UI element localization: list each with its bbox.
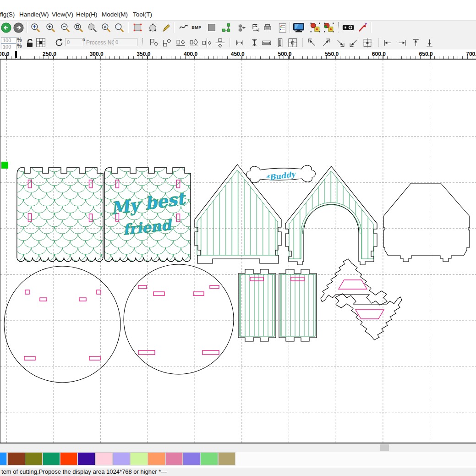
drawing-canvas[interactable]: My best friend *Buddy xyxy=(0,59,476,443)
palette-color-swatch[interactable] xyxy=(183,453,200,465)
node-edit-button[interactable] xyxy=(147,22,159,33)
size-to-top-button[interactable] xyxy=(410,37,421,48)
back-button[interactable] xyxy=(0,22,12,33)
zoom-page-button[interactable] xyxy=(72,22,84,33)
anchor-grid-button[interactable] xyxy=(35,37,46,48)
move-center-button[interactable] xyxy=(362,37,373,48)
palette-color-swatch[interactable] xyxy=(148,453,165,465)
palette-color-swatch[interactable] xyxy=(166,453,183,465)
palette-color-swatch[interactable] xyxy=(43,453,60,465)
toolbar-separator xyxy=(128,22,128,33)
zoom-in-icon xyxy=(45,22,55,33)
scale-height-input[interactable] xyxy=(1,44,16,50)
size-to-right-button[interactable] xyxy=(396,37,407,48)
draw-pen-button[interactable] xyxy=(160,22,172,33)
zoom-area-button[interactable] xyxy=(86,22,98,33)
ruler-label: 500.0 xyxy=(264,51,292,57)
preview-monitor-button[interactable] xyxy=(293,22,305,33)
param-tool-button[interactable] xyxy=(235,22,247,33)
process-no-input[interactable] xyxy=(114,38,137,46)
zoom-out-button[interactable] xyxy=(59,22,71,33)
simulate-output-button[interactable] xyxy=(323,22,335,33)
mirror-flag-up-button[interactable] xyxy=(148,37,159,48)
ruler-label: 700.0 xyxy=(452,51,476,57)
mirror-v-button[interactable] xyxy=(188,37,199,48)
percent-width-label: % xyxy=(17,37,22,43)
same-height-button[interactable] xyxy=(274,37,285,48)
menu-handle[interactable]: Handle(W) xyxy=(19,11,49,18)
palette-color-swatch[interactable] xyxy=(8,453,25,465)
anchor-grid-icon xyxy=(35,37,46,48)
move-top-right-button[interactable] xyxy=(320,37,331,48)
move-bottom-left-button[interactable] xyxy=(348,37,359,48)
curve-tool-button[interactable] xyxy=(178,22,190,33)
ruler-label: 200.0 xyxy=(0,51,9,57)
same-width-button[interactable] xyxy=(261,37,272,48)
simulate-button[interactable] xyxy=(309,22,321,33)
device-output-button[interactable] xyxy=(262,22,274,33)
palette-color-swatch[interactable] xyxy=(96,453,113,465)
zoom-find-button[interactable] xyxy=(113,22,125,33)
fill-tool-button[interactable] xyxy=(206,22,218,33)
pick-origin-icon xyxy=(357,22,368,33)
size-to-left-button[interactable] xyxy=(382,37,393,48)
mirror-flag-down-button[interactable] xyxy=(161,37,172,48)
move-bottom-right-button[interactable] xyxy=(334,37,345,48)
stand-bracket-lower[interactable] xyxy=(335,294,402,340)
toolbar-separator xyxy=(27,22,27,33)
task-list-button[interactable] xyxy=(276,22,288,33)
size-to-bottom-button[interactable] xyxy=(424,37,435,48)
palette-color-swatch[interactable] xyxy=(113,453,130,465)
degree-label: o xyxy=(82,37,85,42)
align-v-join-button[interactable] xyxy=(249,37,260,48)
palette-color-swatch[interactable] xyxy=(0,453,6,465)
zoom-auto-button[interactable]: A xyxy=(100,22,112,33)
select-rect-button[interactable] xyxy=(131,22,143,33)
origin-marker-square[interactable] xyxy=(1,162,8,169)
front-wall-arch-piece[interactable] xyxy=(285,166,377,265)
move-top-left-icon xyxy=(307,38,317,48)
scale-width-input[interactable] xyxy=(1,37,16,44)
horizontal-scrollbar[interactable] xyxy=(0,443,476,452)
fill-tool-icon xyxy=(207,22,217,33)
lock-scale-button[interactable] xyxy=(24,37,35,48)
forward-button[interactable] xyxy=(12,22,24,33)
align-h-join-button[interactable] xyxy=(234,37,245,48)
circle-piece-left[interactable] xyxy=(4,266,120,383)
ruler-label: 550.0 xyxy=(311,51,339,57)
palette-color-swatch[interactable] xyxy=(131,453,148,465)
menu-tool[interactable]: Tool(T) xyxy=(133,11,152,18)
align-grid-center-button[interactable] xyxy=(287,37,298,48)
move-bottom-left-icon xyxy=(349,38,359,48)
mirror-axis-h-button[interactable] xyxy=(214,37,225,48)
rotate-button[interactable] xyxy=(54,37,65,48)
circle-piece-right[interactable] xyxy=(124,264,234,374)
palette-color-swatch[interactable] xyxy=(78,453,95,465)
scrollbar-thumb[interactable] xyxy=(380,444,389,451)
pick-origin-button[interactable] xyxy=(356,22,368,33)
zoom-in-button[interactable] xyxy=(44,22,56,33)
palette-color-swatch[interactable] xyxy=(60,453,77,465)
palette-color-swatch[interactable] xyxy=(201,453,218,465)
same-width-icon xyxy=(261,38,272,48)
side-panel-right[interactable] xyxy=(279,269,317,341)
laser-control-button[interactable] xyxy=(341,22,356,33)
base-plate-piece[interactable] xyxy=(383,183,470,262)
menu-help[interactable]: Help(H) xyxy=(76,11,98,18)
toolbar-separator xyxy=(302,38,303,47)
rotate-angle-input[interactable] xyxy=(65,38,83,46)
move-top-left-button[interactable] xyxy=(306,37,317,48)
menu-model[interactable]: Model(M) xyxy=(102,11,128,18)
zoom-drag-button[interactable] xyxy=(29,22,41,33)
menu-view[interactable]: View(V) xyxy=(52,11,73,18)
group-tool-button[interactable] xyxy=(220,22,232,33)
palette-color-swatch[interactable] xyxy=(219,453,235,465)
mirror-h-button[interactable] xyxy=(175,37,186,48)
bmp-tool-button[interactable]: BMP xyxy=(191,22,202,33)
mark-flag-button[interactable] xyxy=(249,22,261,33)
bone-text[interactable]: *Buddy xyxy=(265,170,297,182)
menu-config[interactable]: fig(S) xyxy=(0,11,15,18)
mirror-axis-v-button[interactable] xyxy=(201,37,212,48)
bone-tag-piece[interactable]: *Buddy xyxy=(246,165,316,183)
palette-color-swatch[interactable] xyxy=(25,453,42,465)
